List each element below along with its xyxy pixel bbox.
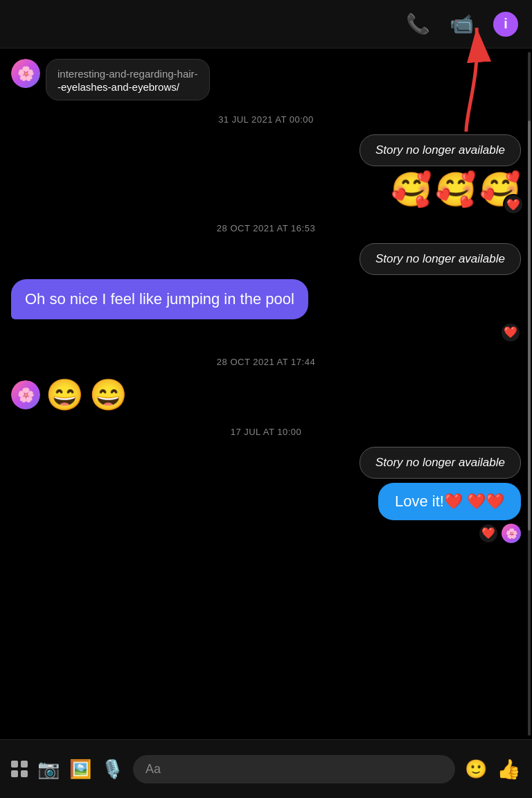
avatar-2: 🌸 — [11, 380, 40, 409]
grid-dot-4 — [21, 770, 28, 777]
link-url-text[interactable]: -eyelashes-and-eyebrows/ — [57, 81, 198, 93]
info-icon[interactable]: i — [493, 12, 518, 37]
emoji-picker-icon[interactable]: 🙂 — [465, 759, 487, 780]
blue-bubble-wrap: Oh so nice I feel like jumping in the po… — [11, 279, 521, 343]
grid-dot-1 — [11, 761, 18, 768]
grid-icon[interactable] — [11, 761, 28, 777]
story-bubble-1: Story no longer available — [360, 134, 521, 166]
story-bubble-wrap-3: Story no longer available — [11, 447, 521, 479]
story-bubble-wrap-1: Story no longer available — [11, 134, 521, 166]
phone-icon[interactable]: 📞 — [406, 12, 430, 35]
scrollbar-thumb — [528, 121, 531, 531]
timestamp-3: 28 OCT 2021 AT 17:44 — [11, 357, 521, 367]
link-prefix-text: interesting-and-regarding-hair- — [57, 66, 198, 81]
chat-area: 🌸 interesting-and-regarding-hair- -eyela… — [0, 0, 532, 798]
emoji-heart-face-1: 🥰 — [391, 170, 432, 209]
like-button[interactable]: 👍 — [497, 758, 521, 781]
avatar: 🌸 — [11, 59, 40, 88]
smiley-emoji-1: 😄 — [46, 377, 84, 413]
heart-reaction-badge-1[interactable]: ❤️ — [503, 194, 524, 215]
timestamp-1: 31 JUL 2021 AT 00:00 — [11, 114, 521, 125]
info-label: i — [504, 16, 508, 32]
bottom-bar: 📷 🖼️ 🎙️ Aa 🙂 👍 — [0, 739, 532, 798]
link-message-incoming: 🌸 interesting-and-regarding-hair- -eyela… — [11, 59, 210, 100]
photo-icon[interactable]: 🖼️ — [69, 759, 91, 780]
incoming-emoji-row: 🌸 😄 😄 — [11, 377, 521, 413]
timestamp-2: 28 OCT 2021 AT 16:53 — [11, 223, 521, 233]
story-bubble-2: Story no longer available — [360, 243, 521, 275]
story-bubble-3: Story no longer available — [360, 447, 521, 479]
camera-icon[interactable]: 📷 — [37, 759, 60, 780]
emoji-hearts-row: 🥰 🥰 🥰 ❤️ — [11, 170, 521, 209]
avatar-image-2: 🌸 — [11, 380, 40, 409]
grid-dot-2 — [21, 761, 28, 768]
love-it-wrap: Love it!❤️ ❤️❤️ ❤️ 🌸 — [11, 483, 521, 544]
input-placeholder[interactable]: Aa — [145, 762, 161, 777]
heart-reaction-badge-3[interactable]: ❤️ — [478, 523, 499, 544]
heart-reaction-badge-2[interactable]: ❤️ — [500, 322, 521, 343]
link-bubble[interactable]: interesting-and-regarding-hair- -eyelash… — [46, 59, 210, 100]
message-input[interactable]: Aa — [133, 755, 455, 783]
avatar-image: 🌸 — [11, 59, 40, 88]
love-it-bubble: Love it!❤️ ❤️❤️ — [378, 483, 521, 520]
scrollbar[interactable] — [528, 52, 531, 736]
story-bubble-wrap-2: Story no longer available — [11, 243, 521, 275]
reaction-with-avatar: ❤️ 🌸 — [478, 523, 521, 544]
small-avatar: 🌸 — [502, 524, 521, 543]
grid-dot-3 — [11, 770, 18, 777]
video-icon[interactable]: 📹 — [450, 12, 474, 35]
love-it-text: Love it!❤️ ❤️❤️ — [395, 493, 504, 510]
microphone-icon[interactable]: 🎙️ — [101, 759, 123, 780]
smiley-emoji-2: 😄 — [89, 377, 127, 413]
blue-bubble-message: Oh so nice I feel like jumping in the po… — [11, 279, 308, 319]
timestamp-4: 17 JUL AT 10:00 — [11, 427, 521, 437]
top-bar: 📞 📹 i — [0, 0, 532, 48]
emoji-heart-face-2: 🥰 — [435, 170, 477, 209]
